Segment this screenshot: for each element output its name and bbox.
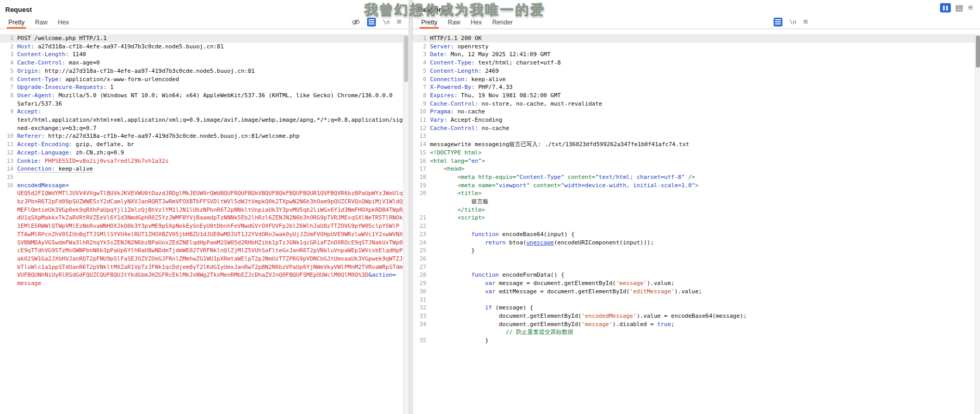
code-line[interactable]: 5Origin: http://a27d318a-cf1b-4efe-aa97-… [0,67,403,75]
code-line[interactable]: 16encodedMessage= [0,182,403,190]
response-panel-title: Response [413,0,980,15]
code-line[interactable]: 12Cache-Control: no-cache [413,124,975,133]
code-line[interactable]: // 防止重复提交原始数据 [413,328,975,337]
code-line[interactable]: message [0,279,403,288]
split-panes-icon[interactable]: ▤ [956,4,963,12]
code-text: Expires: Thu, 19 Nov 1981 08:52:00 GMT [430,92,975,100]
code-line[interactable]: 7Upgrade-Insecure-Requests: 1 [0,83,403,92]
newline-icon[interactable]: \n [383,19,389,25]
code-line[interactable]: 6Content-Type: application/x-www-form-ur… [0,75,403,84]
code-line[interactable]: 4Cache-Control: max-age=0 [0,59,403,67]
code-line[interactable]: 35 } [413,337,975,345]
code-line[interactable]: bTluWlc1a1ppSTdUanR6T2pVNkltMXZaR1VpTzJF… [0,263,403,271]
tab-raw[interactable]: Raw [30,16,53,29]
tab-hex[interactable]: Hex [465,16,487,29]
tab-render[interactable]: Render [487,16,518,29]
syntax-highlight-icon[interactable] [774,18,782,27]
request-scrollbar-thumb[interactable] [404,35,408,82]
code-line[interactable]: 4Content-Type: text/html; charset=utf-8 [413,59,975,67]
code-line[interactable]: 11Vary: Accept-Encoding [413,116,975,124]
tab-raw[interactable]: Raw [442,16,465,29]
code-line[interactable]: 30 var editMessage = document.getElement… [413,288,975,296]
code-line[interactable]: TTAwMlRPcnZhV05IUnBqTTJSMllSYVU4elRUT1ZH… [0,230,403,239]
request-scrollbar[interactable] [403,34,409,414]
code-line[interactable]: 34 document.getElementById('message').di… [413,320,975,329]
line-number [0,206,17,214]
code-line[interactable]: 33 document.getElementById('encodedMessa… [413,312,975,320]
pause-icon[interactable] [940,3,951,12]
code-line[interactable]: 1POST /welcome.php HTTP/1.1 [0,34,403,43]
code-line[interactable]: 22 [413,222,975,230]
code-line[interactable]: VUFBQUNhNiUyRlRSdGdFQUZCQUFBQUJtYkdGbmJH… [0,271,403,279]
code-line[interactable]: 17 <head> [413,165,975,173]
code-line[interactable]: 16<html lang="en"> [413,157,975,165]
code-text: <html lang="en"> [430,157,975,165]
code-line[interactable]: 15<!DOCTYPE html> [413,149,975,157]
code-line[interactable]: 25 } [413,247,975,255]
code-line[interactable]: 留言板 [413,198,975,206]
line-number: 9 [0,108,17,116]
code-line[interactable]: 29 var message = document.getElementById… [413,279,975,288]
tab-pretty[interactable]: Pretty [3,16,30,29]
code-line[interactable]: </title> [413,206,975,214]
code-line[interactable]: 8User-Agent: Mozilla/5.0 (Windows NT 10.… [0,92,403,100]
code-line[interactable]: 27 [413,263,975,271]
code-line[interactable]: 13 [413,132,975,140]
tab-pretty[interactable]: Pretty [416,16,442,29]
code-line[interactable]: 14Connection: keep-alive [0,165,403,173]
code-text: dU1qSXpMakkxTkZaRVRtRVZEeVl6Y1d3NmdGphR0… [17,214,403,222]
code-line[interactable]: 6Connection: keep-alive [413,75,975,84]
code-line[interactable]: 23 function encodeBase64(input) { [413,230,975,239]
tab-hex[interactable]: Hex [53,16,74,29]
code-line[interactable]: 2Server: openresty [413,43,975,51]
code-line[interactable]: 11Accept-Encoding: gzip, deflate, br [0,140,403,149]
code-text: Content-Type: application/x-www-form-url… [17,75,403,84]
response-scrollbar-thumb[interactable] [976,35,980,68]
code-line[interactable]: 28 function encodeFormData() { [413,271,975,279]
code-line[interactable]: 12Accept-Language: zh-CN,zh;q=0.9 [0,149,403,157]
code-line[interactable]: 18 <meta http-equiv="Content-Type" conte… [413,173,975,182]
code-line[interactable]: 9Cache-Control: no-store, no-cache, must… [413,100,975,108]
code-line[interactable]: SVBNMDAyVG5wdmFWa3lhR2hqYk5sZENJN2N6bzBP… [0,239,403,247]
code-line[interactable]: 5Content-Length: 2469 [413,67,975,75]
newline-icon[interactable]: \n [789,19,796,25]
request-editor[interactable]: 1POST /welcome.php HTTP/1.12Host: a27d31… [0,34,403,414]
code-line[interactable]: 15 [0,173,403,182]
code-line[interactable]: 3Content-Length: 1140 [0,50,403,59]
code-line[interactable]: ak02SW1Ga2JXbHVJanRQT2pFNU9pSlFaSEJOZVZO… [0,255,403,263]
code-line[interactable]: Safari/537.36 [0,100,403,108]
line-number [0,100,17,108]
response-scrollbar[interactable] [975,34,980,414]
code-line[interactable]: 2Host: a27d318a-cf1b-4efe-aa97-419d7b3c0… [0,43,403,51]
code-line[interactable]: ned-exchange;v=b3;q=0.7 [0,124,403,133]
code-line[interactable]: 21 <script> [413,214,975,222]
code-line[interactable]: 14messagewrite messageing留言已写入: ./txt/13… [413,140,975,149]
code-line[interactable]: 1HTTP/1.1 200 OK [413,34,975,43]
code-line[interactable]: 31 [413,296,975,304]
code-line[interactable]: 10Pragma: no-cache [413,108,975,116]
code-line[interactable]: 20 <title> [413,189,975,198]
response-editor[interactable]: 1HTTP/1.1 200 OK2Server: openresty3Date:… [413,34,975,414]
code-line[interactable]: UEQ5d2FIQWdYMTlJUVV4VVgwTlBUVkJKVEVWU0tD… [0,189,403,198]
menu-icon[interactable]: ≡ [968,4,973,12]
code-line[interactable]: text/html,application/xhtml+xml,applicat… [0,116,403,124]
code-line[interactable]: 1EMlE5RWWlQTWpVMlEzNkRvaWNHOXJkQ0k3Y3pvM… [0,222,403,230]
code-line[interactable]: bzJPbnR6T2pFd09pSUZWWE5sY2dCamlyNXVJanRQ… [0,198,403,206]
code-line[interactable]: dU1qSXpMakkxTkZaRVRtRVZEeVl6Y1d3NmdGphR0… [0,214,403,222]
code-line[interactable]: 19 <meta name="viewport" content="width=… [413,182,975,190]
code-line[interactable]: 3Date: Mon, 12 May 2025 12:41:09 GMT [413,50,975,59]
eye-off-icon[interactable] [351,18,360,26]
code-line[interactable]: 10Referer: http://a27d318a-cf1b-4efe-aa9… [0,132,403,140]
code-line[interactable]: 8Expires: Thu, 19 Nov 1981 08:52:00 GMT [413,92,975,100]
code-line[interactable]: 32 if (message) { [413,304,975,312]
code-line[interactable]: cE9qTTdhVG95TzMxOWNPbnN6b3pPaUp6YlhRaU8w… [0,247,403,255]
code-line[interactable]: 13Cookie: PHPSESSID=v8o2ij0vsa7redl29b7v… [0,157,403,165]
syntax-highlight-icon[interactable] [367,18,376,27]
menu-icon[interactable]: ≡ [803,18,808,26]
code-line[interactable]: 7X-Powered-By: PHP/7.4.33 [413,83,975,92]
code-line[interactable]: 9Accept: [0,108,403,116]
code-line[interactable]: MEFlQmtieUk3VGp0ek9qRXhPaUpqYjl1ZmlzQjBh… [0,206,403,214]
menu-icon[interactable]: ≡ [397,18,401,26]
code-line[interactable]: 24 return btoa(unescape(encodeURICompone… [413,239,975,247]
code-line[interactable]: 26 [413,255,975,263]
